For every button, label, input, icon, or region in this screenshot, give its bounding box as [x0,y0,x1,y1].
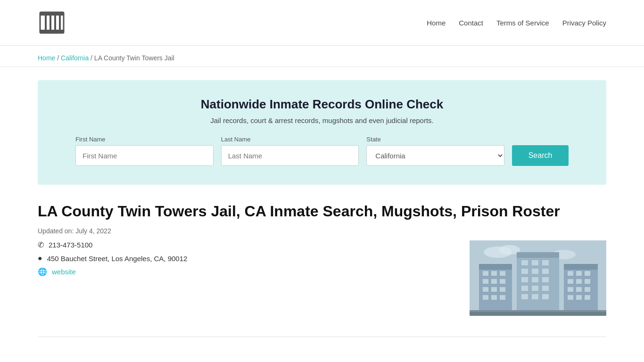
svg-rect-47 [568,279,573,284]
svg-rect-37 [532,286,538,291]
svg-rect-31 [532,269,538,274]
svg-rect-22 [483,295,488,300]
svg-rect-5 [54,16,56,30]
logo[interactable] [38,8,66,37]
svg-rect-45 [576,271,582,276]
svg-rect-33 [521,277,528,282]
breadcrumb-home[interactable]: Home [38,54,55,62]
svg-rect-53 [568,295,573,300]
info-section: ✆ 213-473-5100 ● 450 Bauchet Street, Los… [38,240,606,316]
nav-home[interactable]: Home [427,19,446,27]
svg-rect-34 [532,277,538,282]
site-header: Home Contact Terms of Service Privacy Po… [0,0,644,46]
svg-rect-26 [517,252,559,258]
banner-subtitle: Jail records, court & arrest records, mu… [75,116,569,124]
svg-rect-44 [568,271,573,276]
phone-item: ✆ 213-473-5100 [38,240,451,249]
svg-rect-2 [40,30,64,33]
search-button[interactable]: Search [512,145,569,166]
svg-rect-6 [59,16,61,30]
svg-rect-21 [500,287,505,292]
svg-rect-23 [491,295,497,300]
website-item: 🌐 website [38,267,451,276]
address-text: 450 Bauchet Street, Los Angeles, CA, 900… [47,255,188,263]
svg-rect-19 [483,287,488,292]
jail-image [470,240,606,316]
svg-rect-20 [491,287,497,292]
svg-rect-13 [483,271,488,276]
svg-rect-49 [585,279,590,284]
page-title: LA County Twin Towers Jail, CA Inmate Se… [38,202,606,221]
svg-rect-32 [542,269,549,274]
first-name-group: First Name [75,136,214,166]
last-name-group: Last Name [221,136,359,166]
svg-rect-18 [500,279,505,284]
bottom-divider [38,337,606,337]
svg-rect-12 [479,264,512,270]
search-banner: Nationwide Inmate Records Online Check J… [38,80,606,185]
svg-rect-29 [542,260,549,265]
svg-rect-15 [500,271,505,276]
svg-rect-50 [568,287,573,292]
first-name-label: First Name [75,136,214,143]
phone-icon: ✆ [38,240,44,249]
last-name-label: Last Name [221,136,359,143]
svg-rect-43 [564,264,598,270]
state-group: State California Alabama Alaska Arizona … [366,136,504,166]
breadcrumb: Home / California / LA County Twin Tower… [0,46,644,67]
svg-rect-41 [542,294,549,299]
svg-rect-48 [576,279,582,284]
website-link[interactable]: website [52,268,76,276]
svg-rect-4 [50,16,51,30]
svg-rect-52 [585,287,590,292]
address-item: ● 450 Bauchet Street, Los Angeles, CA, 9… [38,254,451,263]
logo-icon [38,8,66,37]
main-nav: Home Contact Terms of Service Privacy Po… [427,19,606,27]
svg-rect-16 [483,279,488,284]
svg-rect-1 [40,12,64,16]
search-form: First Name Last Name State California Al… [75,136,569,166]
svg-rect-35 [542,277,549,282]
location-icon: ● [38,254,42,263]
info-left: ✆ 213-473-5100 ● 450 Bauchet Street, Los… [38,240,451,281]
svg-rect-24 [500,295,505,300]
breadcrumb-state[interactable]: California [61,54,89,62]
first-name-input[interactable] [75,145,214,166]
nav-privacy[interactable]: Privacy Policy [562,19,606,27]
svg-rect-51 [576,287,582,292]
last-name-input[interactable] [221,145,359,166]
nav-terms[interactable]: Terms of Service [496,19,549,27]
svg-rect-3 [45,16,47,30]
svg-rect-28 [532,260,538,265]
state-select[interactable]: California Alabama Alaska Arizona Arkans… [366,145,504,166]
svg-rect-57 [470,312,606,316]
svg-rect-17 [491,279,497,284]
breadcrumb-current: LA County Twin Towers Jail [94,54,174,62]
state-label: State [366,136,504,143]
banner-title: Nationwide Inmate Records Online Check [75,97,569,112]
svg-rect-40 [532,294,538,299]
svg-rect-36 [521,286,528,291]
nav-contact[interactable]: Contact [459,19,483,27]
svg-rect-38 [542,286,549,291]
svg-rect-27 [521,260,528,265]
svg-rect-54 [576,295,582,300]
svg-rect-39 [521,294,528,299]
main-content: LA County Twin Towers Jail, CA Inmate Se… [0,185,644,325]
updated-date: Updated on: July 4, 2022 [38,227,606,235]
globe-icon: 🌐 [38,267,47,276]
jail-building-svg [470,240,606,316]
svg-rect-55 [585,295,590,300]
svg-rect-46 [585,271,590,276]
phone-number: 213-473-5100 [49,241,92,249]
svg-rect-30 [521,269,528,274]
svg-rect-14 [491,271,497,276]
